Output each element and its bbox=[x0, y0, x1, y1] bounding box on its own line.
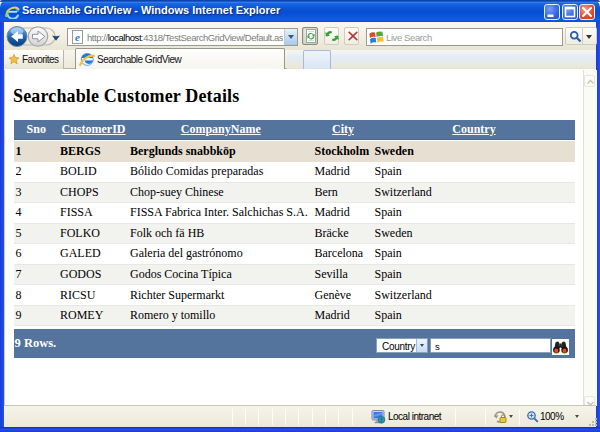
svg-text:e: e bbox=[75, 31, 80, 43]
